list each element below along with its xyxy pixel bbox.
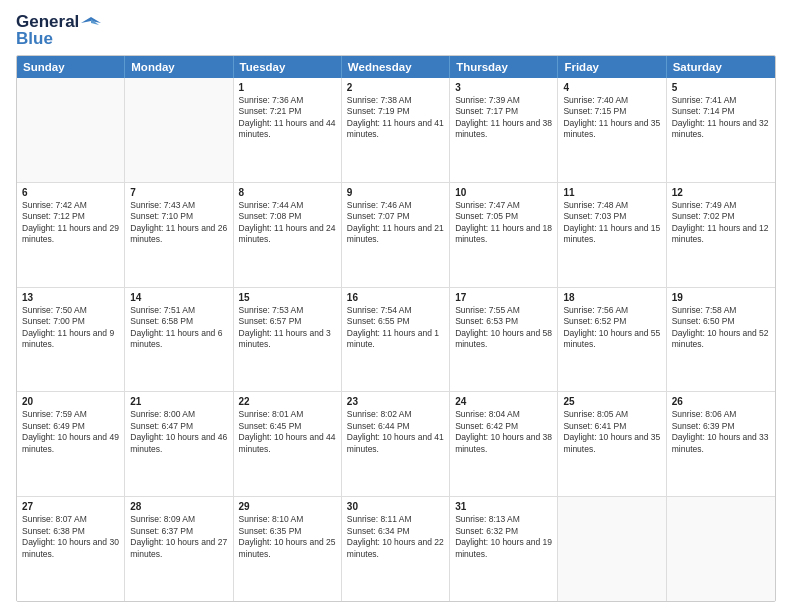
- day-details: Sunrise: 8:11 AM Sunset: 6:34 PM Dayligh…: [347, 514, 444, 560]
- day-details: Sunrise: 7:59 AM Sunset: 6:49 PM Dayligh…: [22, 409, 119, 455]
- day-details: Sunrise: 7:47 AM Sunset: 7:05 PM Dayligh…: [455, 200, 552, 246]
- page: General Blue SundayMondayTuesdayWednesda…: [0, 0, 792, 612]
- table-row: 20Sunrise: 7:59 AM Sunset: 6:49 PM Dayli…: [17, 392, 125, 496]
- day-details: Sunrise: 7:44 AM Sunset: 7:08 PM Dayligh…: [239, 200, 336, 246]
- header-day-wednesday: Wednesday: [342, 56, 450, 78]
- day-details: Sunrise: 7:51 AM Sunset: 6:58 PM Dayligh…: [130, 305, 227, 351]
- day-details: Sunrise: 8:13 AM Sunset: 6:32 PM Dayligh…: [455, 514, 552, 560]
- day-details: Sunrise: 7:36 AM Sunset: 7:21 PM Dayligh…: [239, 95, 336, 141]
- day-number: 23: [347, 396, 444, 407]
- day-details: Sunrise: 8:05 AM Sunset: 6:41 PM Dayligh…: [563, 409, 660, 455]
- day-number: 19: [672, 292, 770, 303]
- day-details: Sunrise: 7:56 AM Sunset: 6:52 PM Dayligh…: [563, 305, 660, 351]
- day-details: Sunrise: 8:01 AM Sunset: 6:45 PM Dayligh…: [239, 409, 336, 455]
- day-number: 8: [239, 187, 336, 198]
- calendar: SundayMondayTuesdayWednesdayThursdayFrid…: [16, 55, 776, 602]
- table-row: 19Sunrise: 7:58 AM Sunset: 6:50 PM Dayli…: [667, 288, 775, 392]
- calendar-row: 6Sunrise: 7:42 AM Sunset: 7:12 PM Daylig…: [17, 183, 775, 288]
- header-day-friday: Friday: [558, 56, 666, 78]
- day-number: 20: [22, 396, 119, 407]
- table-row: 16Sunrise: 7:54 AM Sunset: 6:55 PM Dayli…: [342, 288, 450, 392]
- table-row: 11Sunrise: 7:48 AM Sunset: 7:03 PM Dayli…: [558, 183, 666, 287]
- day-number: 4: [563, 82, 660, 93]
- day-details: Sunrise: 8:00 AM Sunset: 6:47 PM Dayligh…: [130, 409, 227, 455]
- day-number: 2: [347, 82, 444, 93]
- day-details: Sunrise: 8:10 AM Sunset: 6:35 PM Dayligh…: [239, 514, 336, 560]
- day-number: 30: [347, 501, 444, 512]
- day-number: 27: [22, 501, 119, 512]
- day-number: 7: [130, 187, 227, 198]
- calendar-body: 1Sunrise: 7:36 AM Sunset: 7:21 PM Daylig…: [17, 78, 775, 601]
- table-row: 1Sunrise: 7:36 AM Sunset: 7:21 PM Daylig…: [234, 78, 342, 182]
- day-number: 26: [672, 396, 770, 407]
- day-details: Sunrise: 7:39 AM Sunset: 7:17 PM Dayligh…: [455, 95, 552, 141]
- logo: General Blue: [16, 12, 101, 49]
- table-row: [17, 78, 125, 182]
- day-details: Sunrise: 7:48 AM Sunset: 7:03 PM Dayligh…: [563, 200, 660, 246]
- day-number: 15: [239, 292, 336, 303]
- day-number: 22: [239, 396, 336, 407]
- calendar-header: SundayMondayTuesdayWednesdayThursdayFrid…: [17, 56, 775, 78]
- day-number: 14: [130, 292, 227, 303]
- day-number: 28: [130, 501, 227, 512]
- calendar-row: 27Sunrise: 8:07 AM Sunset: 6:38 PM Dayli…: [17, 497, 775, 601]
- table-row: 2Sunrise: 7:38 AM Sunset: 7:19 PM Daylig…: [342, 78, 450, 182]
- day-number: 9: [347, 187, 444, 198]
- calendar-row: 20Sunrise: 7:59 AM Sunset: 6:49 PM Dayli…: [17, 392, 775, 497]
- day-details: Sunrise: 7:53 AM Sunset: 6:57 PM Dayligh…: [239, 305, 336, 351]
- table-row: 18Sunrise: 7:56 AM Sunset: 6:52 PM Dayli…: [558, 288, 666, 392]
- header-day-thursday: Thursday: [450, 56, 558, 78]
- table-row: 27Sunrise: 8:07 AM Sunset: 6:38 PM Dayli…: [17, 497, 125, 601]
- day-number: 16: [347, 292, 444, 303]
- table-row: 22Sunrise: 8:01 AM Sunset: 6:45 PM Dayli…: [234, 392, 342, 496]
- table-row: 10Sunrise: 7:47 AM Sunset: 7:05 PM Dayli…: [450, 183, 558, 287]
- day-number: 18: [563, 292, 660, 303]
- table-row: 24Sunrise: 8:04 AM Sunset: 6:42 PM Dayli…: [450, 392, 558, 496]
- day-number: 11: [563, 187, 660, 198]
- table-row: 26Sunrise: 8:06 AM Sunset: 6:39 PM Dayli…: [667, 392, 775, 496]
- table-row: 8Sunrise: 7:44 AM Sunset: 7:08 PM Daylig…: [234, 183, 342, 287]
- table-row: 3Sunrise: 7:39 AM Sunset: 7:17 PM Daylig…: [450, 78, 558, 182]
- header: General Blue: [16, 12, 776, 49]
- day-details: Sunrise: 8:09 AM Sunset: 6:37 PM Dayligh…: [130, 514, 227, 560]
- table-row: 31Sunrise: 8:13 AM Sunset: 6:32 PM Dayli…: [450, 497, 558, 601]
- table-row: 21Sunrise: 8:00 AM Sunset: 6:47 PM Dayli…: [125, 392, 233, 496]
- table-row: [558, 497, 666, 601]
- day-details: Sunrise: 7:50 AM Sunset: 7:00 PM Dayligh…: [22, 305, 119, 351]
- day-details: Sunrise: 8:07 AM Sunset: 6:38 PM Dayligh…: [22, 514, 119, 560]
- day-number: 17: [455, 292, 552, 303]
- day-details: Sunrise: 7:55 AM Sunset: 6:53 PM Dayligh…: [455, 305, 552, 351]
- day-details: Sunrise: 7:40 AM Sunset: 7:15 PM Dayligh…: [563, 95, 660, 141]
- header-day-sunday: Sunday: [17, 56, 125, 78]
- table-row: 12Sunrise: 7:49 AM Sunset: 7:02 PM Dayli…: [667, 183, 775, 287]
- day-number: 1: [239, 82, 336, 93]
- header-day-monday: Monday: [125, 56, 233, 78]
- table-row: 9Sunrise: 7:46 AM Sunset: 7:07 PM Daylig…: [342, 183, 450, 287]
- table-row: [125, 78, 233, 182]
- day-number: 5: [672, 82, 770, 93]
- table-row: 30Sunrise: 8:11 AM Sunset: 6:34 PM Dayli…: [342, 497, 450, 601]
- day-number: 29: [239, 501, 336, 512]
- day-number: 31: [455, 501, 552, 512]
- day-number: 12: [672, 187, 770, 198]
- day-number: 10: [455, 187, 552, 198]
- table-row: 5Sunrise: 7:41 AM Sunset: 7:14 PM Daylig…: [667, 78, 775, 182]
- day-number: 21: [130, 396, 227, 407]
- day-details: Sunrise: 7:46 AM Sunset: 7:07 PM Dayligh…: [347, 200, 444, 246]
- day-details: Sunrise: 7:58 AM Sunset: 6:50 PM Dayligh…: [672, 305, 770, 351]
- day-details: Sunrise: 8:02 AM Sunset: 6:44 PM Dayligh…: [347, 409, 444, 455]
- table-row: 17Sunrise: 7:55 AM Sunset: 6:53 PM Dayli…: [450, 288, 558, 392]
- table-row: 15Sunrise: 7:53 AM Sunset: 6:57 PM Dayli…: [234, 288, 342, 392]
- table-row: 25Sunrise: 8:05 AM Sunset: 6:41 PM Dayli…: [558, 392, 666, 496]
- day-details: Sunrise: 7:38 AM Sunset: 7:19 PM Dayligh…: [347, 95, 444, 141]
- table-row: 6Sunrise: 7:42 AM Sunset: 7:12 PM Daylig…: [17, 183, 125, 287]
- day-details: Sunrise: 8:04 AM Sunset: 6:42 PM Dayligh…: [455, 409, 552, 455]
- day-details: Sunrise: 7:42 AM Sunset: 7:12 PM Dayligh…: [22, 200, 119, 246]
- table-row: 4Sunrise: 7:40 AM Sunset: 7:15 PM Daylig…: [558, 78, 666, 182]
- logo-blue: Blue: [16, 29, 53, 49]
- table-row: 28Sunrise: 8:09 AM Sunset: 6:37 PM Dayli…: [125, 497, 233, 601]
- day-details: Sunrise: 7:54 AM Sunset: 6:55 PM Dayligh…: [347, 305, 444, 351]
- logo-bird-icon: [81, 15, 101, 29]
- day-number: 24: [455, 396, 552, 407]
- table-row: 23Sunrise: 8:02 AM Sunset: 6:44 PM Dayli…: [342, 392, 450, 496]
